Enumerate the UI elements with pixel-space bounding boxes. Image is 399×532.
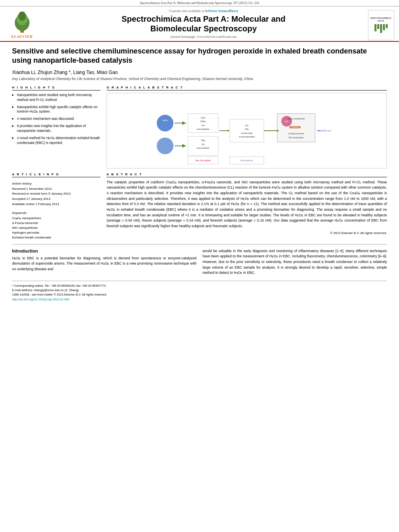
spectra-bar-3 [380,24,382,33]
doi-link[interactable]: http://dx.doi.org/10.1016/j.saa.2013.01.… [12,298,70,301]
svg-point-8 [157,138,174,154]
svg-text:OH: OH [202,143,205,146]
revised-date: Received in revised form 5 January 2013 [12,191,101,197]
svg-text:NiO: NiO [285,121,288,123]
keyword-5: Exhaled breath condensate [12,235,101,240]
svg-text:OH: OH [202,124,205,126]
graphical-abstract-heading: G R A P H I C A L A B S T R A C T [107,86,387,90]
keywords-section: Keywords: Co₃O₄ nanoparticles α-Fe₂O₃ na… [12,211,101,240]
sciverse-line: Contents lists available at SciVerse Sci… [44,9,363,13]
svg-text:OH: OH [245,124,249,126]
received-date: Received 1 November 2012 [12,187,101,192]
copyright-line: © 2013 Elsevier B.V. All rights reserved… [107,231,387,235]
accepted-date: Accepted 17 January 2013 [12,197,101,202]
elsevier-label: ELSEVIER [11,35,33,39]
section-divider [12,244,387,244]
paper-title: Sensitive and selective chemiluminescenc… [12,47,387,66]
intro-col-right: would be valuable in the early diagnosis… [203,249,387,276]
highlights-graphical-row: H I G H L I G H T S Nanoparticles were s… [12,86,387,168]
email-footnote: E-mail address: zhangzj@snnu.edu.cn (Z. … [12,288,387,292]
svg-text:3-aminophthalate: 3-aminophthalate [239,136,255,138]
svg-text:α-Fe₂O₃ nanorods: α-Fe₂O₃ nanorods [288,133,304,135]
elsevier-logo: ELSEVIER [4,12,40,39]
svg-text:α-Fe₂O₃: α-Fe₂O₃ [292,126,298,128]
abstract-heading: A B S T R A C T [107,173,387,177]
svg-text:RNH₂: RNH₂ [200,120,206,123]
available-date: Available online 1 February 2013 [12,202,101,207]
article-info-col: A R T I C L E I N F O Article history: R… [12,173,101,240]
svg-text:HOO: HOO [201,117,206,119]
intro-text-col1: H₂O₂ in EBC is a potential biomarker for… [12,256,197,272]
introduction-heading: Introduction [12,249,197,253]
highlights-list: Nanoparticles were studied using both mi… [12,93,101,146]
highlight-item-3: A reaction mechanism was discussed. [12,117,101,121]
svg-text:Co₃O₄ nanoparticles: Co₃O₄ nanoparticles [288,117,305,119]
graphical-abstract-box: H₂O₂ HOO RNH₂ OH intermediates NH₂ OH in… [107,93,387,168]
introduction-section: Introduction H₂O₂ in EBC is a potential … [12,249,387,276]
svg-text:NH₂ products: NH₂ products [241,159,253,161]
highlight-item-2: Nanoparticles exhibit high specific cata… [12,105,101,115]
journal-title: Spectrochimica Acta Part A: Molecular an… [44,14,363,33]
article-history: Article history: Received 1 November 201… [12,181,101,207]
highlight-item-5: A novel method for H₂O₂ determination ex… [12,136,101,146]
graphical-abstract-svg: H₂O₂ HOO RNH₂ OH intermediates NH₂ OH in… [110,97,383,165]
highlights-heading: H I G H L I G H T S [12,86,101,90]
svg-text:excited state: excited state [241,131,253,134]
footnote-area: * Corresponding author. Tel.: +86 29 853… [12,281,387,302]
journal-title-line1: Spectrochimica Acta Part A: Molecular an… [121,14,286,23]
svg-text:NH₂: NH₂ [201,139,205,142]
elsevier-tree-icon [8,12,36,34]
highlight-item-4: It provides new insights into the applic… [12,124,101,134]
paper-affiliation: Key Laboratory of Analytical Chemistry f… [12,77,387,81]
journal-logo-right: SPECTROCHIMICA ACTA [367,10,395,40]
spectra-logo-box: SPECTROCHIMICA ACTA [368,10,394,40]
spectra-bar-2 [377,24,379,29]
highlights-col: H I G H L I G H T S Nanoparticles were s… [12,86,101,168]
keywords-list: Co₃O₄ nanoparticles α-Fe₂O₃ nanorods NiO… [12,216,101,240]
top-reference: Spectrochimica Acta Part A: Molecular an… [0,0,399,6]
sciverse-link[interactable]: SciVerse ScienceDirect [205,9,238,13]
svg-text:NH₂ OH radicals: NH₂ OH radicals [195,159,211,161]
article-info-heading: A R T I C L E I N F O [12,173,101,177]
corresponding-footnote: * Corresponding author. Tel.: +86 29 853… [12,283,387,288]
sciverse-text: Contents lists available at [169,9,205,13]
abstract-text: The catalytic properties of cubiform Co₃… [107,180,387,229]
spectra-bar-4 [383,24,385,30]
paper-content: Sensitive and selective chemiluminescenc… [0,42,399,306]
paper-authors: Xiaohua Li, Zhujun Zhang *, Liang Tao, M… [12,70,387,75]
keyword-2: α-Fe₂O₃ nanorods [12,221,101,226]
history-label: Article history: [12,181,101,187]
article-info-abstract-row: A R T I C L E I N F O Article history: R… [12,173,387,240]
spectra-bar-1 [374,24,376,31]
svg-text:intermediates: intermediates [197,128,210,130]
spectra-bars [374,24,388,33]
intro-text-col2: would be valuable in the early diagnosis… [203,249,387,276]
issn-footnote: 1386-1425/$ - see front matter © 2013 El… [12,292,387,297]
graphical-abstract-col: G R A P H I C A L A B S T R A C T H₂O₂ H [107,86,387,168]
svg-text:H₂O₂: H₂O₂ [162,119,168,121]
doi-footnote[interactable]: http://dx.doi.org/10.1016/j.saa.2013.01.… [12,297,387,302]
journal-center: Contents lists available at SciVerse Sci… [44,9,363,41]
keyword-4: Hydrogen peroxide [12,230,101,235]
journal-homepage: journal homepage: www.elsevier.com/locat… [44,35,363,39]
abstract-col: A B S T R A C T The catalytic properties… [107,173,387,240]
keywords-title: Keywords: [12,211,101,215]
keyword-1: Co₃O₄ nanoparticles [12,216,101,221]
journal-header: ELSEVIER Contents lists available at Sci… [0,6,399,42]
intro-col-left: Introduction H₂O₂ in EBC is a potential … [12,249,197,276]
keyword-3: NiO nanoparticles [12,226,101,230]
svg-point-6 [157,115,174,131]
journal-title-line2: Biomolecular Spectroscopy [150,24,257,33]
spectra-bar-5 [386,24,388,28]
svg-text:NH₂: NH₂ [245,128,249,130]
svg-point-3 [19,12,26,21]
highlight-item-1: Nanoparticles were studied using both mi… [12,93,101,103]
svg-text:intermediates: intermediates [197,147,210,149]
svg-text:NiO nanoparticles: NiO nanoparticles [289,137,304,139]
spectra-logo-text-line2: ACTA [378,20,384,23]
